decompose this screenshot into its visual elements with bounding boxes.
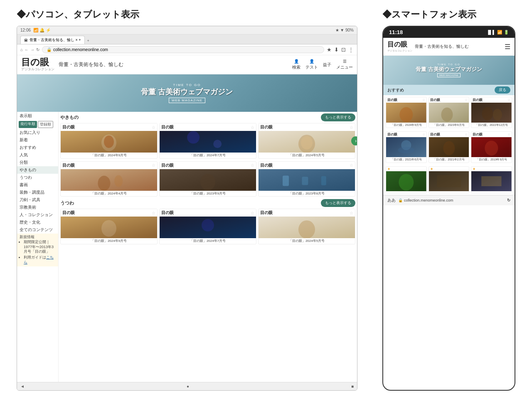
phone-card-8[interactable]: ★ (429, 166, 470, 193)
back-button[interactable]: 戻る (495, 86, 510, 94)
user-action[interactable]: 👤 テスト (305, 59, 318, 70)
back-icon[interactable]: ← (25, 47, 29, 52)
forward-icon[interactable]: → (30, 47, 34, 52)
url-box[interactable]: 🔒 collection.menomeonline.com (42, 46, 324, 53)
phone-card-star[interactable]: ☆ (422, 133, 425, 136)
phone-section-title: ◆スマートフォン表示 (382, 8, 515, 21)
browser-dot[interactable]: ● (187, 384, 189, 389)
phone-status-bar: 11:18 ▐▌▌ 📶 🔋 (383, 27, 515, 38)
sidebar-item-all[interactable]: 全てのコンテンツ (17, 226, 58, 234)
phone-card-star[interactable]: ☆ (465, 133, 468, 136)
phone-card-3[interactable]: 目の眼 ☆ 「目の眼」2022年12月号 (471, 97, 512, 128)
tab-favicon: 🏛 (24, 38, 28, 42)
search-label: 検索 (292, 64, 300, 70)
phone-card-4[interactable]: 目の眼 ☆ 「目の眼」2021年6月号 (386, 131, 427, 163)
phone-cards-row1: 目の眼 ☆ 「目の眼」2024年9月号 目の眼 (383, 95, 515, 130)
card-star[interactable]: ☆ (152, 125, 155, 130)
svg-point-13 (200, 174, 215, 190)
sidebar-item-katana[interactable]: 刀剣・武具 (17, 196, 58, 204)
sidebar-item-yakimono[interactable]: やきもの (17, 166, 58, 174)
utuwa-cards: 目の眼 ☆ (60, 209, 355, 244)
phone-card-image-3 (471, 103, 512, 123)
utuwa-card-3[interactable]: 目の眼 ☆ 「目の眼」202 (258, 209, 355, 244)
card-star[interactable]: ☆ (350, 211, 353, 215)
phone-card-star[interactable]: ☆ (465, 98, 468, 102)
yakimono-card-3[interactable]: 目の眼 ☆ (258, 123, 355, 159)
user-icon: 👤 (309, 59, 314, 64)
sort-year-btn[interactable]: 発行年順 (19, 121, 37, 128)
sidebar-item-utuwa[interactable]: うつわ (17, 174, 58, 181)
sidebar-item-popular[interactable]: 人気 (17, 151, 58, 159)
phone-cards-row2: 目の眼 ☆ 「目の眼」2021年6月号 (383, 130, 515, 164)
card-star[interactable]: ☆ (251, 125, 254, 130)
card-star[interactable]: ☆ (251, 163, 254, 167)
sidebar-new-info: 新規情報 期間限定公開｜1977年〜2013年3月号「目の眼」 利用ガイドはこち… (17, 234, 58, 266)
phone-card-star[interactable]: ☆ (507, 133, 510, 136)
sidebar-item-new[interactable]: 新着 (17, 136, 58, 144)
sidebar-item-shoga[interactable]: 書画 (17, 181, 58, 189)
card-star[interactable]: ☆ (251, 211, 254, 215)
phone-hero-title: 骨董 古美術ウェブマガジン (416, 66, 482, 73)
menu-action[interactable]: ☰ メニュー (336, 59, 353, 70)
yakimono-card-2[interactable]: 目の眼 ☆ (159, 123, 256, 159)
active-tab[interactable]: 🏛 骨董・古美術を知る、愉し × + (20, 36, 85, 44)
phone-card-6[interactable]: 目の眼 ☆ 「目の眼」2019年9月号 (471, 131, 512, 163)
yakimono-more-btn[interactable]: もっと表示する (321, 113, 355, 121)
phone-card-caption-9 (471, 191, 512, 193)
yakimono-card-6[interactable]: 目の眼 ☆ (258, 161, 355, 197)
hero-title: 骨董 古美術ウェブマガジン (141, 87, 233, 97)
card-caption-6: 「目の眼」2023年8月号 (259, 191, 355, 197)
card-logo: 目の眼 (260, 124, 273, 130)
svg-rect-41 (437, 175, 461, 187)
sidebar-item-recommended[interactable]: おすすめ (17, 144, 58, 151)
phone-card-star[interactable]: ★ (473, 167, 475, 171)
utuwa-card-1[interactable]: 目の眼 ☆ (60, 209, 158, 244)
bookmark-icon[interactable]: ★ (327, 47, 332, 53)
phone-card-5[interactable]: 目の眼 ☆ 「目の眼」2021年2月号 (429, 131, 470, 163)
phone-refresh-icon[interactable]: ↻ (507, 198, 510, 202)
phone-card-9[interactable]: ★ (471, 166, 512, 193)
svg-point-27 (441, 108, 453, 122)
refresh-icon[interactable]: ↻ (36, 47, 39, 52)
card-star[interactable]: ☆ (350, 163, 353, 167)
sort-reg-btn[interactable]: 登録順 (38, 121, 53, 128)
browser-back-btn[interactable]: ◄ (20, 384, 25, 389)
search-action[interactable]: 👤 検索 (292, 59, 300, 70)
card-star[interactable]: ☆ (350, 125, 353, 130)
card-caption-5: 「目の眼」2023年9月号 (160, 191, 256, 197)
utuwa-more-btn[interactable]: もっと表示する (321, 199, 355, 207)
yakimono-card-4[interactable]: 目の眼 ☆ (60, 161, 158, 197)
hero-banner: TIME TO GO 骨董 古美術ウェブマガジン WEB MAGAZINE (17, 74, 357, 112)
card-star[interactable]: ☆ (152, 211, 155, 215)
phone-card-star[interactable]: ★ (430, 167, 433, 171)
sidebar-item-history[interactable]: 歴史・文化 (17, 219, 58, 226)
sidebar-item-category[interactable]: 分類 (17, 159, 58, 166)
phone-card-star[interactable]: ☆ (422, 98, 425, 102)
phone-addr-url-box[interactable]: 🔒 collection.menomeonline.com (398, 198, 505, 202)
browser-square[interactable]: ■ (351, 384, 354, 389)
profile-icon[interactable]: ⊡ (341, 47, 346, 53)
yakimono-card-5[interactable]: 目の眼 ☆ 「目の眼」202 (159, 161, 256, 197)
new-info-item-2[interactable]: 利用ガイドはこちら (24, 255, 56, 265)
sidebar-item-favorites[interactable]: お気に入り (17, 129, 58, 136)
yakimono-card-1[interactable]: 目の眼 ☆ (60, 123, 158, 159)
phone-card-7[interactable]: ★ (386, 166, 427, 193)
utuwa-card-2[interactable]: 目の眼 ☆ 「目の眼」202 (159, 209, 256, 244)
phone-menu-icon[interactable]: ☰ (505, 43, 510, 51)
svg-point-11 (114, 175, 123, 187)
more-icon[interactable]: ⋮ (348, 47, 354, 53)
nav-icons: ⌂ ← → ↻ (20, 47, 39, 52)
download-icon[interactable]: ⬇ (334, 47, 339, 53)
phone-card-1[interactable]: 目の眼 ☆ 「目の眼」2024年9月号 (386, 97, 427, 128)
card-star[interactable]: ☆ (152, 163, 155, 167)
phone-card-star[interactable]: ★ (387, 167, 390, 171)
home-icon[interactable]: ⌂ (20, 47, 23, 52)
sidebar-item-collection[interactable]: 人・コレクション (17, 211, 58, 219)
phone-hero: TIME TO GO 骨董 古美術ウェブマガジン WEB MAGAZINE (383, 56, 515, 85)
phone-card-2[interactable]: 目の眼 ☆ 「目の眼」2023年9月号 (429, 97, 470, 128)
guide-link[interactable]: こちら (24, 255, 54, 264)
sidebar-item-soushoku[interactable]: 装飾・調度品 (17, 189, 58, 196)
sidebar-item-religion[interactable]: 宗教美術 (17, 204, 58, 211)
phone-card-star[interactable]: ☆ (507, 98, 510, 102)
new-tab-button[interactable]: + (85, 37, 92, 44)
